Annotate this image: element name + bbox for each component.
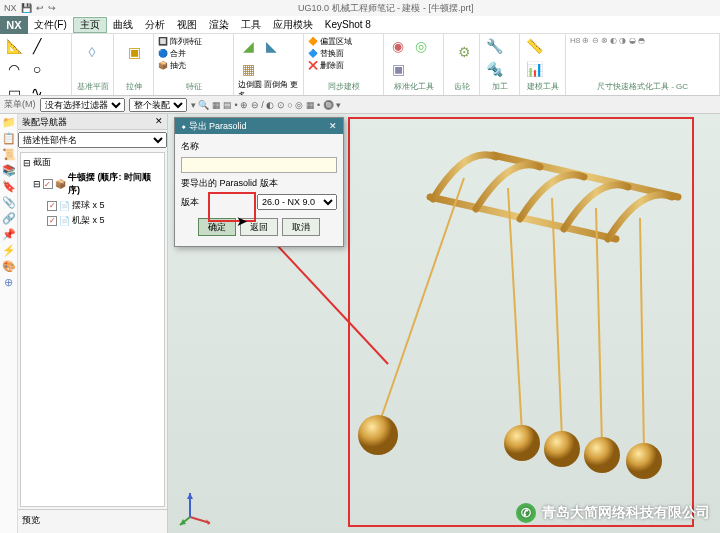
mt1-icon[interactable]: 📏 xyxy=(524,36,544,56)
tab-curve[interactable]: 曲线 xyxy=(107,18,139,32)
view-triad-icon xyxy=(178,487,218,527)
name-label: 名称 xyxy=(181,140,337,153)
tool11-icon[interactable]: ⊕ xyxy=(2,276,16,290)
mfg2-icon[interactable]: 🔩 xyxy=(484,59,504,79)
child1-checkbox[interactable] xyxy=(47,201,57,211)
nav-title: 装配导航器 xyxy=(22,116,67,127)
group-dim-label: 尺寸快速格式化工具 - GC xyxy=(570,80,715,93)
tab-home[interactable]: 主页 xyxy=(73,17,107,33)
nav-tree[interactable]: ⊟截面 ⊟📦牛顿摆 (顺序: 时间顺序) 📄摆球 x 5 📄机架 x 5 xyxy=(20,152,165,507)
menu-bar: NX 文件(F) 主页 曲线 分析 视图 渲染 工具 应用模块 KeyShot … xyxy=(0,16,720,34)
selection-bar: 菜单(M) 没有选择过滤器 整个装配 ▾ 🔍 ▦ ▤ • ⊕ ⊖ / ◐ ⊙ ○… xyxy=(0,96,720,114)
svg-point-21 xyxy=(626,443,662,479)
hist-icon[interactable]: 📜 xyxy=(2,148,16,162)
svg-point-18 xyxy=(504,425,540,461)
group-std-label: 标准化工具 xyxy=(388,80,439,93)
replace-face[interactable]: 🔷 替换面 xyxy=(308,48,379,59)
extrude-icon[interactable]: ▣ xyxy=(118,36,150,68)
viewport[interactable]: ⬥ 导出 Parasolid ✕ 名称 要导出的 Parasolid 版本 版本… xyxy=(168,114,720,533)
redo-icon[interactable]: ↪ xyxy=(48,3,56,13)
group-extrude-label: 拉伸 xyxy=(118,80,149,93)
svg-line-17 xyxy=(640,218,644,451)
tree-child-2: 📄机架 x 5 xyxy=(23,213,162,228)
nav-preview-label[interactable]: 预览 xyxy=(18,509,167,533)
std1-icon[interactable]: ◉ xyxy=(388,36,408,56)
svg-point-13 xyxy=(358,415,398,455)
gear-icon[interactable]: ⚙ xyxy=(448,36,480,68)
tab-app[interactable]: 应用模块 xyxy=(267,18,319,32)
layer-icon[interactable]: 📚 xyxy=(2,164,16,178)
save-icon[interactable]: 💾 xyxy=(21,3,32,13)
tool8-icon[interactable]: 📌 xyxy=(2,228,16,242)
group-modeltool-label: 建模工具 xyxy=(524,80,561,93)
dialog-title: ⬥ 导出 Parasolid xyxy=(181,120,247,133)
name-input[interactable] xyxy=(181,157,337,173)
tab-tools[interactable]: 工具 xyxy=(235,18,267,32)
std2-icon[interactable]: ◎ xyxy=(411,36,431,56)
shell-feature[interactable]: 📦 抽壳 xyxy=(158,60,229,71)
chamfer-icon[interactable]: ◣ xyxy=(261,36,281,56)
filter-select[interactable]: 没有选择过滤器 xyxy=(40,98,125,112)
svg-marker-26 xyxy=(187,493,193,499)
root-checkbox[interactable] xyxy=(43,179,53,189)
tool10-icon[interactable]: 🎨 xyxy=(2,260,16,274)
dialog-close-icon[interactable]: ✕ xyxy=(329,121,337,131)
mt2-icon[interactable]: 📊 xyxy=(524,59,544,79)
window-title: UG10.0 机械工程师笔记 - 建模 - [牛顿摆.prt] xyxy=(56,2,716,15)
group-feature-label: 特征 xyxy=(158,80,229,93)
blend-icon[interactable]: ◢ xyxy=(238,36,258,56)
group-gear-label: 齿轮 xyxy=(448,80,475,93)
tab-analysis[interactable]: 分析 xyxy=(139,18,171,32)
delete-face[interactable]: ❌ 删除面 xyxy=(308,60,379,71)
part-icon[interactable]: 📋 xyxy=(2,132,16,146)
more-icon[interactable]: ▦ xyxy=(238,59,258,79)
assembly-navigator: 装配导航器 ✕ 描述性部件名 ⊟截面 ⊟📦牛顿摆 (顺序: 时间顺序) 📄摆球 … xyxy=(18,114,168,533)
rect-icon[interactable]: ▭ xyxy=(4,82,24,96)
nav-column-select[interactable]: 描述性部件名 xyxy=(18,132,167,148)
ribbon: 📐 ╱ ◠ ○ ▭ ∿ + 直接草图 ◊ 基准平面 ▣ 拉伸 🔲 阵列特征 🔵 … xyxy=(0,34,720,96)
watermark-text: 青岛大简网络科技有限公司 xyxy=(542,504,710,522)
nav-close-icon[interactable]: ✕ xyxy=(155,116,163,127)
std3-icon[interactable]: ▣ xyxy=(388,59,408,79)
svg-point-20 xyxy=(584,437,620,473)
line-icon[interactable]: ╱ xyxy=(27,36,47,56)
cancel-button[interactable]: 取消 xyxy=(282,218,320,236)
pattern-feature[interactable]: 🔲 阵列特征 xyxy=(158,36,229,47)
child2-checkbox[interactable] xyxy=(47,216,57,226)
tool5-icon[interactable]: 🔖 xyxy=(2,180,16,194)
wechat-icon: ✆ xyxy=(516,503,536,523)
watermark: ✆ 青岛大简网络科技有限公司 xyxy=(516,503,710,523)
back-button[interactable]: 返回 xyxy=(240,218,278,236)
group-datum-label: 基准平面 xyxy=(76,80,109,93)
model-render xyxy=(348,117,694,527)
tree-root: ⊟📦牛顿摆 (顺序: 时间顺序) xyxy=(23,170,162,198)
nav-icon[interactable]: 📁 xyxy=(2,116,16,130)
spline-icon[interactable]: ∿ xyxy=(27,82,47,96)
datum-plane-icon[interactable]: ◊ xyxy=(76,36,108,68)
undo-icon[interactable]: ↩ xyxy=(36,3,44,13)
tool6-icon[interactable]: 📎 xyxy=(2,196,16,210)
tree-child-1: 📄摆球 x 5 xyxy=(23,198,162,213)
circle-icon[interactable]: ○ xyxy=(27,59,47,79)
app-nx-label: NX xyxy=(4,3,17,13)
unite-feature[interactable]: 🔵 合并 xyxy=(158,48,229,59)
ok-button[interactable]: 确定 xyxy=(198,218,236,236)
menu-dropdown[interactable]: 菜单(M) xyxy=(4,98,36,111)
menu-file[interactable]: 文件(F) xyxy=(28,18,73,32)
tool9-icon[interactable]: ⚡ xyxy=(2,244,16,258)
tab-render[interactable]: 渲染 xyxy=(203,18,235,32)
offset-region[interactable]: 🔶 偏置区域 xyxy=(308,36,379,47)
export-parasolid-dialog: ⬥ 导出 Parasolid ✕ 名称 要导出的 Parasolid 版本 版本… xyxy=(174,117,344,247)
tree-section: ⊟截面 xyxy=(23,155,162,170)
version-select[interactable]: 26.0 - NX 9.0 xyxy=(257,194,337,210)
tab-view[interactable]: 视图 xyxy=(171,18,203,32)
tool7-icon[interactable]: 🔗 xyxy=(2,212,16,226)
mfg1-icon[interactable]: 🔧 xyxy=(484,36,504,56)
svg-line-12 xyxy=(378,178,464,427)
tab-keyshot[interactable]: KeyShot 8 xyxy=(319,19,377,30)
sketch-icon[interactable]: 📐 xyxy=(4,36,24,56)
nx-logo: NX xyxy=(0,16,28,34)
svg-line-16 xyxy=(596,208,602,445)
arc-icon[interactable]: ◠ xyxy=(4,59,24,79)
scope-select[interactable]: 整个装配 xyxy=(129,98,187,112)
